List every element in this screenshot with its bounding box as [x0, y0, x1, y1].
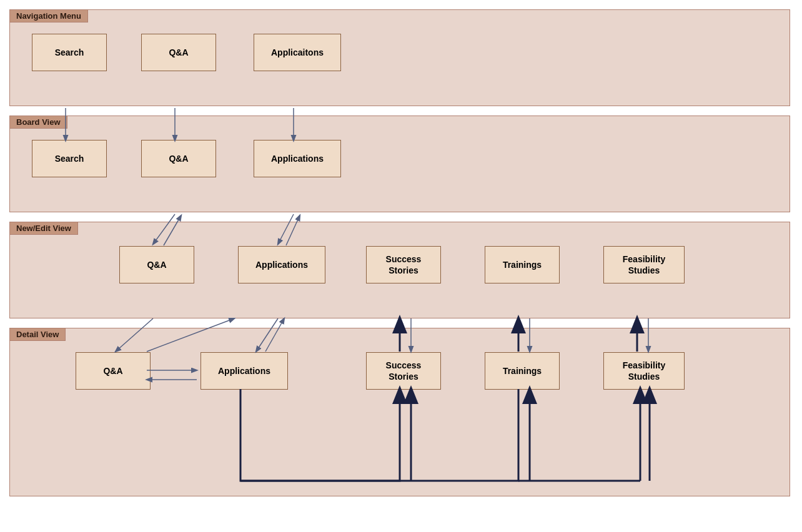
section-label-board-view: Board View: [9, 116, 67, 129]
node-dv-applications[interactable]: Applications: [200, 352, 288, 390]
node-dv-qna[interactable]: Q&A: [76, 352, 151, 390]
diagram-wrapper: Navigation Menu Search Q&A Applicaitons …: [6, 6, 793, 531]
node-nev-trainings[interactable]: Trainings: [485, 246, 560, 283]
node-nev-applications[interactable]: Applications: [238, 246, 325, 283]
section-detail-view: Detail View Q&A Applications Success Sto…: [9, 328, 790, 496]
node-nev-success[interactable]: Success Stories: [366, 246, 441, 283]
node-dv-feasibility[interactable]: Feasibility Studies: [603, 352, 685, 390]
node-nev-qna[interactable]: Q&A: [119, 246, 194, 283]
section-new-edit-view: New/Edit View Q&A Applications Success S…: [9, 222, 790, 318]
node-nm-search[interactable]: Search: [32, 34, 107, 71]
section-label-new-edit-view: New/Edit View: [9, 222, 78, 235]
section-label-detail-view: Detail View: [9, 328, 66, 341]
node-dv-trainings[interactable]: Trainings: [485, 352, 560, 390]
node-nev-feasibility[interactable]: Feasibility Studies: [603, 246, 685, 283]
node-dv-success[interactable]: Success Stories: [366, 352, 441, 390]
node-bv-qna[interactable]: Q&A: [141, 140, 216, 177]
node-bv-applications[interactable]: Applications: [254, 140, 341, 177]
node-bv-search[interactable]: Search: [32, 140, 107, 177]
diagram-container: Navigation Menu Search Q&A Applicaitons …: [0, 0, 802, 532]
node-nm-qna[interactable]: Q&A: [141, 34, 216, 71]
node-nm-applications[interactable]: Applicaitons: [254, 34, 341, 71]
section-board-view: Board View Search Q&A Applications: [9, 116, 790, 212]
section-navigation-menu: Navigation Menu Search Q&A Applicaitons: [9, 9, 790, 106]
section-label-navigation-menu: Navigation Menu: [9, 9, 88, 22]
